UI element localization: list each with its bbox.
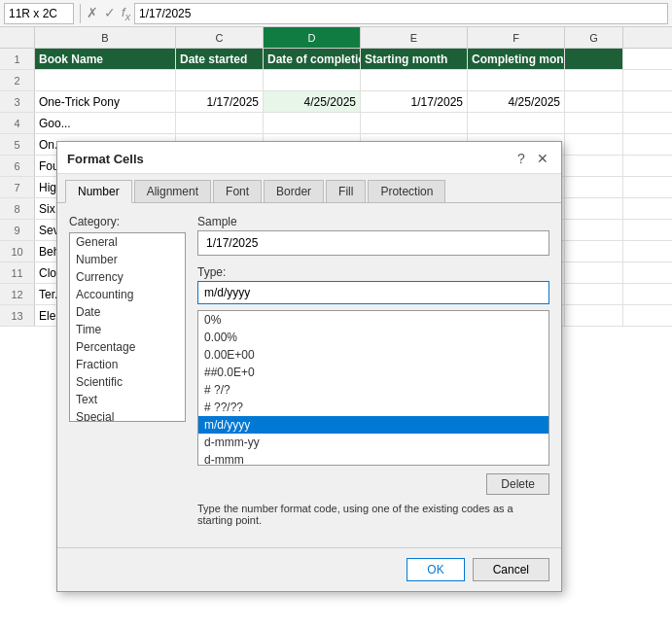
cancel-formula-icon[interactable]: ✗	[87, 5, 98, 22]
format-list[interactable]: 0% 0.00% 0.00E+00 ##0.0E+0 # ?/? # ??/??…	[197, 310, 549, 466]
header-date-completion: Date of completion	[264, 49, 361, 69]
category-general[interactable]: General	[70, 233, 185, 251]
header-completing-month: Completing month	[468, 49, 565, 69]
category-special[interactable]: Special	[70, 408, 185, 422]
format-item-selected[interactable]: m/d/yyyy	[198, 416, 548, 434]
delete-button[interactable]: Delete	[486, 473, 549, 495]
category-fraction[interactable]: Fraction	[70, 356, 185, 373]
category-label: Category:	[69, 215, 186, 228]
delete-row: Delete	[197, 473, 549, 495]
formula-bar: ✗ ✓ fx	[0, 0, 672, 27]
header-book-name: Book Name	[35, 49, 176, 69]
row-num-col-header	[0, 27, 35, 48]
format-item[interactable]: ##0.0E+0	[198, 364, 548, 381]
type-label: Type:	[197, 265, 549, 279]
cell-11g[interactable]	[565, 262, 623, 283]
category-accounting[interactable]: Accounting	[70, 286, 185, 303]
sample-section: Sample 1/17/2025	[197, 215, 549, 256]
row-num-2: 2	[0, 70, 35, 90]
cell-2e[interactable]	[361, 70, 468, 90]
category-scientific[interactable]: Scientific	[70, 373, 185, 391]
cell-3c[interactable]: 1/17/2025	[176, 91, 264, 112]
cell-8g[interactable]	[565, 198, 623, 219]
format-item[interactable]: 0.00%	[198, 329, 548, 346]
type-input[interactable]	[197, 281, 549, 304]
cell-4b[interactable]: Goo...	[35, 113, 176, 133]
row-num-7: 7	[0, 177, 35, 197]
header-g	[565, 49, 623, 69]
formula-icons: ✗ ✓ fx	[87, 5, 130, 22]
col-header-g[interactable]: G	[565, 27, 623, 48]
cell-4e[interactable]	[361, 113, 468, 133]
row-num-3: 3	[0, 91, 35, 112]
col-header-f[interactable]: F	[468, 27, 565, 48]
category-list[interactable]: General Number Currency Accounting Date …	[69, 232, 186, 422]
table-row: 4 Goo...	[0, 113, 672, 134]
confirm-formula-icon[interactable]: ✓	[104, 5, 116, 22]
header-date-started: Date started	[176, 49, 264, 69]
format-item[interactable]: # ?/?	[198, 381, 548, 399]
format-item[interactable]: 0.00E+00	[198, 346, 548, 364]
format-item[interactable]: d-mmm	[198, 451, 548, 466]
col-header-d[interactable]: D	[264, 27, 361, 48]
cell-3b[interactable]: One-Trick Pony	[35, 91, 176, 112]
sample-value: 1/17/2025	[206, 236, 258, 250]
formula-input[interactable]	[134, 3, 668, 24]
col-header-b[interactable]: B	[35, 27, 176, 48]
category-date[interactable]: Date	[70, 303, 185, 321]
tab-number[interactable]: Number	[65, 180, 132, 203]
tab-font[interactable]: Font	[213, 180, 262, 202]
format-item[interactable]: 0%	[198, 311, 548, 329]
col-header-c[interactable]: C	[176, 27, 264, 48]
cell-3d[interactable]: 4/25/2025	[264, 91, 361, 112]
category-text[interactable]: Text	[70, 391, 185, 408]
cell-4f[interactable]	[468, 113, 565, 133]
cell-6g[interactable]	[565, 156, 623, 176]
cell-2g[interactable]	[565, 70, 623, 90]
insert-function-icon[interactable]: fx	[122, 5, 130, 22]
tab-alignment[interactable]: Alignment	[134, 180, 211, 202]
cell-3f[interactable]: 4/25/2025	[468, 91, 565, 112]
ok-button[interactable]: OK	[407, 558, 464, 581]
cell-9g[interactable]	[565, 220, 623, 240]
cell-2c[interactable]	[176, 70, 264, 90]
type-section: Type:	[197, 265, 549, 304]
dialog-close-button[interactable]: ✕	[534, 150, 551, 167]
header-starting-month: Starting month	[361, 49, 468, 69]
col-header-e[interactable]: E	[361, 27, 468, 48]
cell-3g[interactable]	[565, 91, 623, 112]
cell-12g[interactable]	[565, 284, 623, 304]
cell-5g[interactable]	[565, 134, 623, 155]
dialog-help-button[interactable]: ?	[513, 150, 530, 167]
header-row: 1 Book Name Date started Date of complet…	[0, 49, 672, 70]
cell-reference-box[interactable]	[4, 3, 74, 24]
cancel-button[interactable]: Cancel	[473, 558, 549, 581]
cell-4g[interactable]	[565, 113, 623, 133]
formula-divider	[80, 4, 81, 23]
tab-fill[interactable]: Fill	[326, 180, 366, 202]
category-time[interactable]: Time	[70, 321, 185, 338]
format-item[interactable]: # ??/??	[198, 399, 548, 416]
category-number[interactable]: Number	[70, 251, 185, 268]
row-num-4: 4	[0, 113, 35, 133]
dialog-body: Category: General Number Currency Accoun…	[57, 203, 561, 547]
format-item[interactable]: d-mmm-yy	[198, 434, 548, 451]
cell-13g[interactable]	[565, 305, 623, 326]
tab-border[interactable]: Border	[264, 180, 324, 202]
tab-protection[interactable]: Protection	[368, 180, 445, 202]
category-percentage[interactable]: Percentage	[70, 338, 185, 356]
cell-3e[interactable]: 1/17/2025	[361, 91, 468, 112]
dialog-title-buttons: ? ✕	[513, 150, 551, 167]
cell-4d[interactable]	[264, 113, 361, 133]
format-cells-dialog: Format Cells ? ✕ Number Alignment Font B…	[56, 141, 562, 592]
cell-10g[interactable]	[565, 241, 623, 262]
cell-2b[interactable]	[35, 70, 176, 90]
hint-text: Type the number format code, using one o…	[197, 503, 549, 526]
cell-4c[interactable]	[176, 113, 264, 133]
cell-2f[interactable]	[468, 70, 565, 90]
row-num-10: 10	[0, 241, 35, 262]
cell-7g[interactable]	[565, 177, 623, 197]
column-headers: B C D E F G	[0, 27, 672, 49]
category-currency[interactable]: Currency	[70, 268, 185, 286]
cell-2d[interactable]	[264, 70, 361, 90]
